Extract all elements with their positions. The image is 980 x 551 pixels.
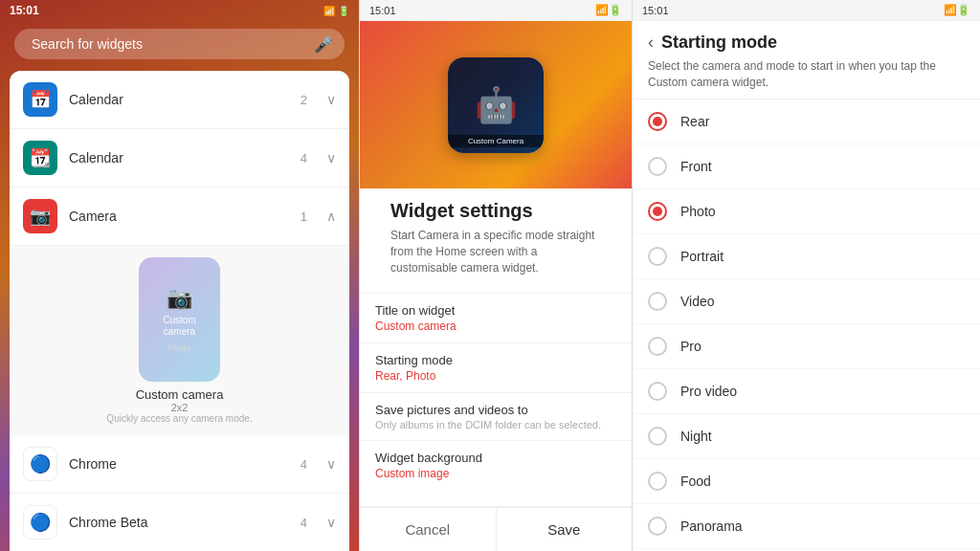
mode-label-food: Food: [680, 474, 711, 489]
mode-label-portrait: Portrait: [680, 249, 724, 264]
mode-label-night: Night: [680, 429, 712, 444]
camera-info-desc: Quickly access any camera mode.: [21, 413, 338, 424]
widget-count-calendar2: 4: [301, 151, 307, 165]
mode-label-photo: Photo: [680, 204, 716, 219]
widget-item-calendar1[interactable]: 📅 Calendar 2 ∨: [10, 71, 349, 129]
widget-list: 📅 Calendar 2 ∨ 📆 Calendar 4 ∨ 📷 Camera 1…: [10, 71, 349, 551]
widget-name-chrome: Chrome: [69, 456, 289, 472]
panel-starting-mode: 15:01 📶🔋 ‹ Starting mode Select the came…: [632, 0, 980, 551]
back-arrow-icon[interactable]: ‹: [648, 33, 654, 53]
calendar-teal-icon: 📆: [23, 141, 57, 175]
camera-photo-badge: Photo: [168, 343, 191, 353]
camera-widget-preview[interactable]: 📷 Customcamera Photo: [139, 257, 220, 382]
radio-photo[interactable]: [648, 202, 667, 221]
settings-title-area: Widget settings Start Camera in a specif…: [360, 188, 632, 293]
widget-item-calendar2[interactable]: 📆 Calendar 4 ∨: [10, 129, 349, 187]
settings-label-starting-mode: Starting mode: [375, 353, 616, 367]
time-3: 15:01: [642, 5, 669, 16]
widget-count-chrome: 4: [301, 457, 307, 472]
mic-icon[interactable]: 🎤: [314, 35, 333, 54]
mode-item-night[interactable]: Night: [633, 414, 980, 459]
starting-mode-desc: Select the camera and mode to start in w…: [648, 58, 965, 91]
status-icons-3: 📶🔋: [944, 4, 970, 16]
mode-label-pro-video: Pro video: [680, 384, 737, 399]
expand-arrow-chrome-beta[interactable]: ∨: [326, 515, 336, 530]
mode-label-front: Front: [680, 159, 712, 174]
widget-item-chrome[interactable]: 🔵 Chrome 4 ∨: [10, 435, 349, 494]
panel-widget-list: 15:01 📶 🔋 Search for widgets 🎤 📅 Calenda…: [0, 0, 359, 551]
time-1: 15:01: [10, 4, 39, 17]
settings-main-title: Widget settings: [375, 188, 616, 228]
settings-main-desc: Start Camera in a specific mode straight…: [375, 228, 616, 287]
search-placeholder: Search for widgets: [32, 36, 143, 52]
status-icons-1: 📶 🔋: [323, 6, 349, 16]
settings-label-title: Title on widget: [375, 303, 616, 318]
widget-preview-inner: 🤖 Custom Camera: [448, 57, 544, 153]
settings-row-save-pictures[interactable]: Save pictures and videos to Only albums …: [360, 392, 632, 440]
radio-panorama[interactable]: [648, 517, 667, 536]
chrome-beta-icon: 🔵: [23, 505, 57, 540]
camera-widget-label: Customcamera: [163, 315, 195, 338]
camera-info-name: Custom camera: [21, 387, 338, 402]
cancel-button[interactable]: Cancel: [360, 508, 497, 551]
radio-pro[interactable]: [648, 337, 667, 356]
mode-item-panorama[interactable]: Panorama: [633, 504, 980, 549]
radio-video[interactable]: [648, 292, 667, 311]
settings-row-title[interactable]: Title on widget Custom camera: [360, 293, 632, 342]
settings-value-title: Custom camera: [375, 320, 616, 333]
widget-name-camera: Camera: [69, 209, 289, 224]
mode-label-rear: Rear: [680, 114, 709, 129]
mode-item-portrait[interactable]: Portrait: [633, 234, 980, 279]
chrome-icon: 🔵: [23, 447, 57, 481]
widget-item-camera[interactable]: 📷 Camera 1 ∧: [10, 187, 349, 246]
radio-portrait[interactable]: [648, 247, 667, 266]
mode-item-front[interactable]: Front: [633, 144, 980, 189]
mode-item-pro[interactable]: Pro: [633, 324, 980, 369]
camera-expanded-section: 📷 Customcamera Photo Custom camera 2x2 Q…: [10, 246, 349, 435]
radio-food[interactable]: [648, 472, 667, 491]
expand-arrow-chrome[interactable]: ∨: [326, 456, 336, 472]
settings-label-save-pictures: Save pictures and videos to: [375, 403, 616, 417]
radio-pro-video[interactable]: [648, 382, 667, 401]
camera-icon: 📷: [23, 199, 57, 233]
mode-label-pro: Pro: [680, 339, 702, 354]
settings-value-starting-mode: Rear, Photo: [375, 369, 616, 383]
mode-item-pro-video[interactable]: Pro video: [633, 369, 980, 414]
back-row: ‹ Starting mode: [648, 33, 965, 53]
settings-value-save-pictures: Only albums in the DCIM folder can be se…: [375, 419, 616, 430]
mode-label-panorama: Panorama: [680, 518, 743, 534]
save-button[interactable]: Save: [497, 508, 633, 551]
settings-value-background: Custom image: [375, 467, 616, 480]
widget-name-calendar1: Calendar: [69, 92, 289, 107]
expand-arrow-calendar1[interactable]: ∨: [326, 92, 336, 107]
panel-widget-settings: 15:01 📶🔋 🤖 Custom Camera Widget settings…: [359, 0, 632, 551]
expand-arrow-calendar2[interactable]: ∨: [326, 150, 336, 165]
widget-preview-text: Custom Camera: [448, 135, 544, 147]
camera-widget-icon: 📷: [167, 286, 192, 311]
status-bar-2: 15:01 📶🔋: [360, 0, 632, 21]
radio-night[interactable]: [648, 427, 667, 446]
settings-label-background: Widget background: [375, 451, 616, 465]
expand-arrow-camera[interactable]: ∧: [326, 209, 336, 224]
mode-list: Rear Front Photo Portrait Video Pro: [633, 99, 980, 551]
time-2: 15:01: [369, 5, 396, 16]
mode-item-food[interactable]: Food: [633, 459, 980, 504]
radio-rear[interactable]: [648, 112, 667, 131]
widget-name-calendar2: Calendar: [69, 150, 289, 165]
status-bar-3: 15:01 📶🔋: [633, 0, 980, 21]
settings-footer: Cancel Save: [360, 506, 632, 551]
starting-mode-header: ‹ Starting mode Select the camera and mo…: [633, 21, 980, 99]
widget-count-chrome-beta: 4: [301, 516, 307, 530]
widget-item-chrome-beta[interactable]: 🔵 Chrome Beta 4 ∨: [10, 494, 349, 551]
status-icons-2: 📶🔋: [595, 4, 622, 16]
mode-item-video[interactable]: Video: [633, 279, 980, 324]
mode-item-photo[interactable]: Photo: [633, 189, 980, 234]
widget-count-calendar1: 2: [301, 93, 307, 107]
settings-row-background[interactable]: Widget background Custom image: [360, 440, 632, 490]
widget-preview-area: 🤖 Custom Camera: [360, 21, 632, 188]
search-bar[interactable]: Search for widgets 🎤: [14, 29, 345, 59]
settings-row-starting-mode[interactable]: Starting mode Rear, Photo: [360, 342, 632, 392]
radio-front[interactable]: [648, 157, 667, 176]
starting-mode-title: Starting mode: [661, 33, 777, 53]
mode-item-rear[interactable]: Rear: [633, 99, 980, 144]
